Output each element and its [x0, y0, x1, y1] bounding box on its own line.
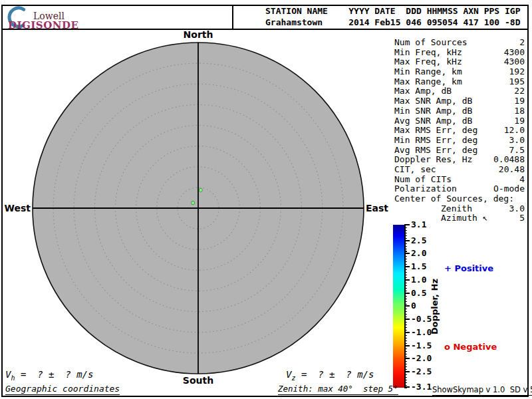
legend-negative: o Negative	[444, 342, 497, 352]
colorbar-tick-label: 2.5	[411, 235, 439, 245]
panel-row: Min Range, km192	[394, 67, 525, 77]
colorbar-axis-label: Doppler, Hz	[430, 279, 440, 334]
panel-row: Num of CITs4	[394, 175, 525, 185]
colorbar-tick	[404, 266, 410, 267]
colorbar-tick	[404, 224, 410, 225]
compass-west-label: West	[0, 203, 31, 213]
compass-south-label: South	[165, 375, 231, 386]
panel-row: Max RMS Err, deg12.0	[394, 126, 525, 136]
panel-row: CIT, sec20.48	[394, 165, 525, 175]
panel-row: PolarizationO-mode	[394, 184, 525, 194]
colorbar-tick	[404, 293, 410, 294]
source-marker	[192, 201, 195, 205]
compass-north-label: North	[165, 29, 231, 40]
panel-row: Avg SNR Amp, dB19	[394, 116, 525, 126]
panel-row: Max SNR Amp, dB19	[394, 96, 525, 106]
zenith-scale-note: Zenith: max 40° step 5°	[278, 384, 398, 395]
panel-row: Center of Sources, deg:	[394, 194, 525, 204]
showskymap-window: Lowell DIGISONDE STATION NAME YYYY DATE …	[0, 0, 532, 399]
colorbar-tick-label: -1.5	[411, 340, 439, 350]
colorbar-tick	[404, 332, 410, 333]
header-divider-line	[232, 5, 233, 30]
colorbar-tick	[404, 240, 410, 241]
colorbar-tick	[404, 305, 410, 307]
panel-row: Avg RMS Err, deg7.5	[394, 146, 525, 156]
version-label: ShowSkymap v 1.0 SD v 5.1	[432, 385, 532, 396]
header-separator-line	[1, 29, 529, 30]
colorbar-tick	[404, 358, 410, 359]
colorbar-tick	[404, 253, 410, 254]
legend-positive: + Positive	[444, 263, 493, 273]
colorbar-tick-label: 2.0	[411, 248, 439, 258]
panel-row: Max Range, km195	[394, 77, 525, 87]
colorbar-tick	[404, 386, 410, 388]
colorbar-tick	[404, 371, 410, 372]
colorbar-tick-label: 1.5	[411, 261, 439, 271]
vz-velocity-readout: Vz = ? ± ? m/s	[286, 369, 374, 382]
measurement-panel: Num of Sources2 Min Freq, kHz4300 Max Fr…	[394, 38, 525, 223]
colorbar-tick-label: 3.1	[411, 219, 439, 229]
panel-row: Doppler Res, Hz0.0488	[394, 155, 525, 165]
panel-row: Min SNR Amp, dB18	[394, 106, 525, 116]
source-marker	[199, 188, 202, 192]
panel-row: Zenith3.0	[394, 204, 525, 214]
panel-row: Max Freq, kHz4300	[394, 57, 525, 67]
colorbar-tick	[404, 345, 410, 346]
colorbar-tick	[404, 279, 410, 281]
colorbar-spine	[404, 225, 406, 388]
panel-row: Num of Sources2	[394, 38, 525, 48]
panel-row: Min Freq, kHz4300	[394, 48, 525, 58]
panel-row: Max Amp, dB22	[394, 86, 525, 96]
brand-digisonde: DIGISONDE	[8, 19, 78, 31]
plus-marker-icon: +	[444, 263, 452, 273]
circle-marker-icon: o	[444, 342, 450, 352]
station-header-line2: Grahamstown 2014 Feb15 046 095054 417 10…	[265, 17, 521, 28]
coordinates-mode-label: Geographic coordinates	[5, 384, 120, 395]
colorbar-tick-label: -2.0	[411, 353, 439, 363]
panel-row: Min RMS Err, deg3.0	[394, 136, 525, 146]
colorbar-tick-label: -2.5	[411, 366, 439, 376]
doppler-colorbar	[393, 225, 404, 388]
skymap-polar-plot	[32, 42, 364, 374]
colorbar-tick	[404, 319, 410, 320]
station-header-line1: STATION NAME YYYY DATE DDD HHMMSS AXN PP…	[265, 5, 521, 17]
vh-velocity-readout: Vh = ? ± ? m/s	[5, 369, 93, 382]
